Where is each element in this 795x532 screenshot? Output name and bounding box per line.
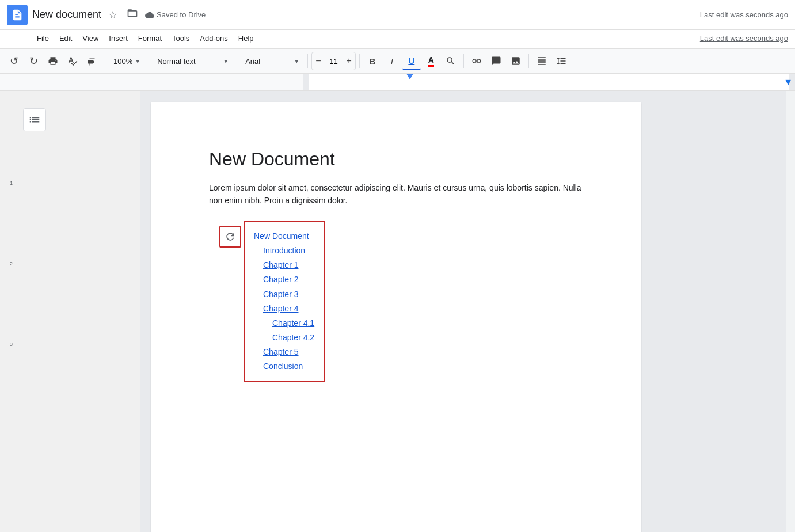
separator-3 (237, 54, 237, 68)
link-button[interactable] (467, 52, 486, 70)
font-size-increase[interactable]: + (343, 56, 355, 66)
toc-link-chapter5[interactable]: Chapter 5 (245, 345, 314, 359)
toc-link-introduction[interactable]: Introduction (245, 244, 314, 258)
image-button[interactable] (507, 52, 525, 70)
separator-7 (528, 54, 529, 68)
separator-4 (307, 54, 308, 68)
title-bar: New document ☆ Saved to Drive Last edit … (0, 0, 795, 30)
toc-container: New Document Introduction Chapter 1 Chap… (244, 221, 325, 382)
toc-link-chapter3[interactable]: Chapter 3 (245, 287, 314, 302)
redo-button[interactable]: ↻ (24, 52, 43, 70)
page-area: New Document Lorem ipsum dolor sit amet,… (140, 91, 786, 532)
ruler-area: 1 1 2 3 4 5 6 ▼ (0, 74, 795, 91)
menu-bar: File Edit View Insert Format Tools Add-o… (0, 30, 795, 48)
style-arrow: ▼ (223, 58, 229, 64)
print-button[interactable] (44, 52, 62, 70)
comment-button[interactable] (487, 52, 505, 70)
menu-format[interactable]: Format (134, 32, 166, 45)
paint-format-button[interactable] (83, 52, 101, 70)
vertical-ruler: 1 2 3 (5, 91, 14, 532)
menu-file[interactable]: File (32, 32, 54, 45)
ruler-end-arrow[interactable]: ▼ (783, 77, 793, 88)
star-icon[interactable]: ☆ (106, 7, 120, 22)
folder-icon[interactable] (124, 6, 140, 23)
bold-button[interactable]: B (363, 52, 382, 70)
font-dropdown[interactable]: Arial ▼ (241, 52, 304, 70)
separator-2 (149, 54, 149, 68)
toc-link-chapter2[interactable]: Chapter 2 (245, 272, 314, 287)
document-heading: New Document (209, 149, 583, 170)
toc-refresh-button[interactable] (219, 226, 241, 248)
style-dropdown[interactable]: Normal text ▼ (153, 52, 233, 70)
line-spacing-button[interactable] (552, 52, 570, 70)
italic-button[interactable]: I (383, 52, 401, 70)
menu-tools[interactable]: Tools (168, 32, 194, 45)
saved-status: Saved to Drive (145, 10, 206, 20)
font-size-decrease[interactable]: − (312, 56, 324, 66)
main-area: 1 2 3 New Document Lorem ipsum dolor sit… (0, 91, 795, 532)
undo-button[interactable]: ↺ (5, 52, 23, 70)
align-button[interactable] (532, 52, 551, 70)
last-edit: Last edit was seconds ago (700, 10, 788, 19)
menu-addons[interactable]: Add-ons (195, 32, 232, 45)
zoom-dropdown[interactable]: 100% ▼ (109, 52, 145, 70)
menu-edit[interactable]: Edit (55, 32, 77, 45)
toc-link-chapter4-1[interactable]: Chapter 4.1 (245, 316, 314, 330)
menu-insert[interactable]: Insert (104, 32, 132, 45)
underline-button[interactable]: U (402, 52, 421, 70)
separator-1 (105, 54, 105, 68)
toc-link-chapter4-2[interactable]: Chapter 4.2 (245, 330, 314, 345)
separator-6 (463, 54, 464, 68)
document-page: New Document Lorem ipsum dolor sit amet,… (151, 102, 641, 532)
left-sidebar: 1 2 3 (0, 91, 140, 532)
toc-outline-button[interactable] (23, 108, 46, 131)
font-size-input[interactable] (325, 57, 343, 66)
toc-link-conclusion[interactable]: Conclusion (245, 359, 314, 374)
toc-link-main[interactable]: New Document (245, 229, 314, 244)
font-size-group: − + (311, 52, 356, 70)
last-edit-status: Last edit was seconds ago (700, 34, 788, 43)
zoom-arrow: ▼ (135, 58, 140, 64)
toc-widget: New Document Introduction Chapter 1 Chap… (244, 221, 325, 382)
document-body: Lorem ipsum dolor sit amet, consectetur … (209, 181, 583, 207)
ruler-indent-marker (406, 74, 413, 79)
toolbar: ↺ ↻ 100% ▼ Normal text ▼ Arial ▼ − + B I… (0, 48, 795, 74)
toc-link-chapter1[interactable]: Chapter 1 (245, 258, 314, 272)
spelling-button[interactable] (63, 52, 82, 70)
ruler-track: 1 1 2 3 4 5 6 ▼ (303, 74, 795, 90)
highlight-button[interactable] (442, 52, 460, 70)
app-icon (7, 5, 28, 25)
menu-view[interactable]: View (78, 32, 103, 45)
font-arrow: ▼ (294, 58, 299, 64)
menu-help[interactable]: Help (234, 32, 258, 45)
text-color-button[interactable]: A (422, 52, 440, 70)
separator-5 (359, 54, 360, 68)
toc-link-chapter4[interactable]: Chapter 4 (245, 302, 314, 316)
right-scrollbar[interactable] (786, 91, 795, 532)
document-title: New document (32, 9, 101, 21)
